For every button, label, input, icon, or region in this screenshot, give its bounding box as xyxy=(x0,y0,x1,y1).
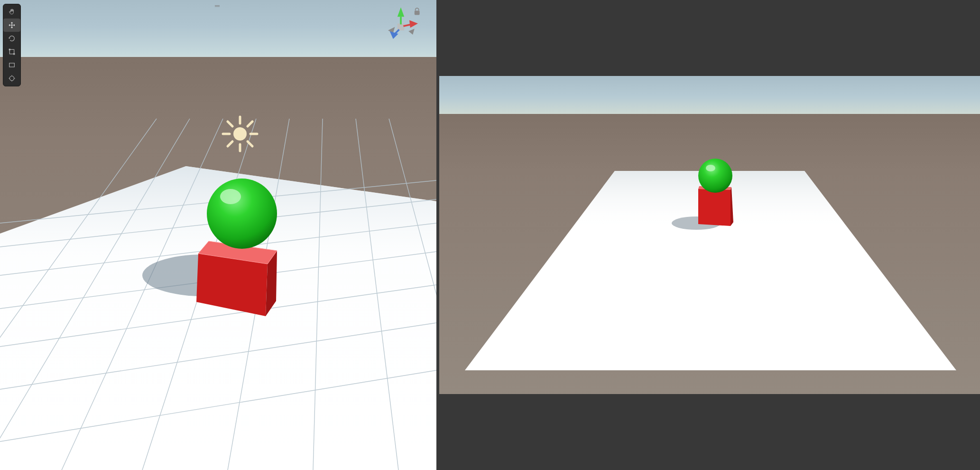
svg-line-42 xyxy=(403,24,411,26)
svg-rect-34 xyxy=(9,63,15,67)
game-letterbox-bottom xyxy=(439,394,980,470)
rotate-icon xyxy=(8,35,16,42)
svg-point-35 xyxy=(9,76,14,80)
scale-icon xyxy=(8,48,16,56)
move-icon xyxy=(8,21,16,29)
move-tool-button[interactable] xyxy=(3,19,20,32)
game-view-panel[interactable] xyxy=(439,0,980,470)
sun-icon xyxy=(221,115,259,153)
svg-point-22 xyxy=(233,127,247,141)
scale-tool-button[interactable] xyxy=(3,45,20,58)
svg-marker-37 xyxy=(408,28,415,35)
svg-line-27 xyxy=(228,122,232,126)
gizmo-lock-icon[interactable] xyxy=(415,8,420,15)
rect-tool-button[interactable] xyxy=(3,58,20,72)
game-render-area xyxy=(439,76,980,394)
game-sphere-object xyxy=(698,159,732,193)
svg-line-44 xyxy=(395,29,399,34)
gizmo-x-axis[interactable] xyxy=(403,20,418,28)
svg-rect-45 xyxy=(415,11,420,15)
scene-tool-palette xyxy=(3,4,21,86)
svg-point-21 xyxy=(220,189,241,204)
svg-marker-18 xyxy=(196,254,268,316)
scene-cube-object[interactable] xyxy=(196,241,277,316)
hand-tool-button[interactable] xyxy=(3,5,20,19)
scene-orientation-gizmo[interactable] xyxy=(379,5,422,47)
scene-sphere-object[interactable] xyxy=(207,179,277,249)
transform-icon xyxy=(8,75,16,82)
gizmo-y-axis[interactable] xyxy=(398,7,404,24)
svg-point-52 xyxy=(706,165,715,171)
rect-icon xyxy=(8,61,16,69)
directional-light-gizmo[interactable] xyxy=(221,115,259,153)
scene-view-drag-handle[interactable]: ═ xyxy=(215,2,222,9)
transform-tool-button[interactable] xyxy=(3,72,20,85)
svg-marker-49 xyxy=(698,189,730,226)
svg-line-28 xyxy=(248,141,252,146)
svg-rect-32 xyxy=(9,49,10,50)
svg-marker-50 xyxy=(730,187,733,226)
svg-line-30 xyxy=(228,141,232,146)
svg-line-29 xyxy=(248,122,252,126)
hand-icon xyxy=(8,8,16,16)
svg-marker-39 xyxy=(398,7,404,17)
svg-point-51 xyxy=(698,159,732,193)
svg-point-20 xyxy=(207,179,277,249)
rotate-tool-button[interactable] xyxy=(3,32,20,45)
game-letterbox-top xyxy=(439,0,980,76)
svg-rect-33 xyxy=(13,53,15,55)
scene-view-panel[interactable]: ═ xyxy=(0,0,439,470)
